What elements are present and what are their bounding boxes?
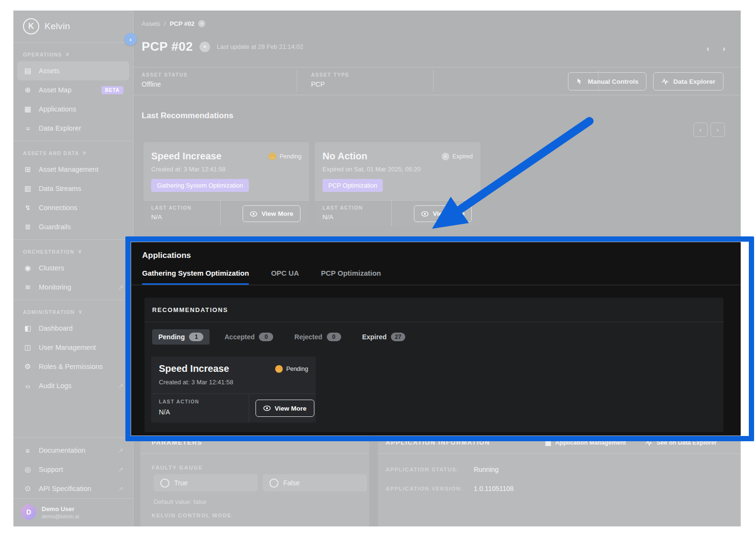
prev-asset-button[interactable]: ‹ [707, 44, 710, 54]
sidebar-item-asset-management[interactable]: ⊞ Asset Management [17, 160, 129, 179]
beta-badge: BETA [101, 86, 123, 94]
sidebar-item-connections[interactable]: ↯ Connections [17, 198, 129, 217]
asset-type-field: ASSET TYPE PCP [311, 72, 349, 88]
dashboard-icon: ◧ [23, 324, 33, 333]
divider [378, 453, 741, 454]
sidebar-item-data-explorer[interactable]: ≈ Data Explorer [17, 119, 129, 138]
application-status-label: APPLICATION STATUS: [386, 467, 459, 472]
faulty-gauge-true-option[interactable]: True [154, 474, 258, 491]
pending-icon: … [268, 153, 276, 160]
asset-pager: ‹ › [707, 44, 725, 54]
status-badge: … Pending [268, 153, 301, 160]
close-tab-icon[interactable]: × [198, 20, 205, 27]
recommendation-card-no-action[interactable]: No Action × Expired Expired on Sat, 01 M… [315, 142, 480, 226]
sidebar-item-api-specification[interactable]: ⊙ API Specification ↗ [17, 479, 129, 498]
info-bar-divider [133, 95, 741, 95]
asset-info-bar: ASSET STATUS Offline ASSET TYPE PCP Manu… [133, 67, 741, 95]
sidebar-item-audit-logs[interactable]: ‹› Audit Logs ↗ [17, 376, 129, 395]
faulty-gauge-label: FAULTY GAUGE [152, 465, 203, 470]
brand-logo: K Kelvin [13, 11, 133, 43]
section-header-orchestration[interactable]: ORCHESTRATION ∨ [13, 244, 133, 258]
waveform-icon: ≈ [23, 124, 33, 133]
section-header-operations[interactable]: OPERATIONS ∨ [13, 46, 133, 61]
avatar: D [21, 504, 36, 520]
kelvin-logo-icon: K [23, 18, 39, 34]
external-link-icon: ↗ [118, 485, 123, 492]
page-title: PCP #02 [142, 39, 193, 54]
sidebar-section-operations: OPERATIONS ∨ ▤ Assets ⊕ Asset Map BETA ▦… [13, 43, 133, 141]
manual-controls-icon [576, 78, 583, 85]
application-status-value: Running [474, 466, 499, 473]
users-icon: ◫ [23, 343, 33, 352]
sidebar-item-asset-map[interactable]: ⊕ Asset Map BETA [17, 80, 129, 100]
divider [297, 70, 297, 92]
assets-icon: ▤ [23, 67, 33, 75]
sidebar-item-clusters[interactable]: ◉ Clusters [17, 258, 129, 278]
sidebar-item-dashboard[interactable]: ◧ Dashboard [17, 319, 129, 338]
last-action-value: N/A [151, 213, 162, 221]
sidebar-item-data-streams[interactable]: ▥ Data Streams [17, 179, 129, 198]
card-footer: LAST ACTION N/A View More [144, 200, 309, 226]
asset-management-icon: ⊞ [23, 165, 33, 174]
sidebar-item-roles-permissions[interactable]: ⚙ Roles & Permissions [17, 357, 129, 376]
connections-icon: ↯ [23, 203, 33, 212]
sidebar-item-applications[interactable]: ▦ Applications [17, 100, 129, 119]
sidebar-item-monitoring[interactable]: ≋ Monitoring ↗ [17, 278, 129, 297]
data-explorer-button[interactable]: Data Explorer [653, 72, 723, 90]
chevron-left-icon: ‹ [700, 126, 701, 134]
highlight-rectangle [125, 236, 754, 441]
clusters-icon: ◉ [23, 264, 33, 272]
recommendation-card-speed-increase[interactable]: Speed Increase … Pending Created at: 3 M… [144, 142, 309, 226]
expired-icon: × [442, 153, 449, 160]
application-version-value: 1.0.11051108 [474, 485, 514, 492]
breadcrumb-assets[interactable]: Assets [142, 20, 160, 27]
chevron-down-icon: ∨ [66, 51, 70, 57]
eye-icon [250, 211, 257, 217]
offline-status-icon: × [200, 42, 210, 52]
external-link-icon: ↗ [118, 284, 123, 291]
bar-chart-icon: ▥ [23, 184, 33, 193]
sidebar-item-support[interactable]: ◎ Support ↗ [17, 460, 129, 479]
last-action-label: LAST ACTION [151, 205, 192, 211]
user-email: demo@kelvin.ai [42, 514, 79, 519]
lifebuoy-icon: ◎ [23, 465, 33, 474]
chevron-down-icon: ∨ [82, 150, 87, 156]
chevron-right-icon: › [717, 126, 719, 134]
section-header-administration[interactable]: ADMINISTRATION ∨ [13, 304, 133, 319]
divider [220, 201, 221, 226]
carousel-next-button[interactable]: › [711, 123, 725, 137]
asset-status-value: Offline [142, 80, 188, 88]
asset-status-field: ASSET STATUS Offline [142, 72, 188, 88]
recommendation-title: No Action [322, 151, 367, 162]
brand-name: Kelvin [44, 21, 70, 32]
sidebar-item-guardrails[interactable]: ≣ Guardrails [17, 217, 129, 236]
application-tag: Gathering System Optimization [151, 179, 249, 192]
recommendation-subtitle: Expired on Sat, 01 Mar 2025, 05:20 [315, 162, 480, 173]
breadcrumb-current: PCP #02 [170, 20, 195, 27]
faulty-gauge-false-option[interactable]: False [263, 474, 367, 491]
eye-icon [421, 211, 429, 217]
user-profile[interactable]: D Demo User demo@kelvin.ai [13, 498, 133, 526]
sidebar-item-user-management[interactable]: ◫ User Management [17, 338, 129, 357]
applications-icon: ▦ [23, 105, 33, 113]
api-icon: ⊙ [23, 484, 33, 493]
divider [140, 453, 369, 454]
section-header-assets-and-data[interactable]: ASSETS AND DATA ∨ [13, 145, 133, 160]
recommendation-subtitle: Created at: 3 Mar 12:41:58 [144, 162, 309, 173]
page-header: PCP #02 × Last update at 28 Feb 21:14:02 [142, 39, 303, 54]
last-action-label: LAST ACTION [322, 205, 363, 211]
card-footer: LAST ACTION N/A View More [315, 200, 480, 226]
view-more-button[interactable]: View More [414, 205, 472, 222]
waveform-icon [661, 78, 669, 85]
sidebar-item-assets[interactable]: ▤ Assets [17, 61, 129, 80]
asset-type-value: PCP [311, 80, 349, 88]
guardrails-icon: ≣ [23, 223, 33, 231]
parameters-panel: PARAMETERS FAULTY GAUGE True False Defau… [140, 431, 369, 526]
external-link-icon: ↗ [118, 466, 123, 473]
carousel-prev-button[interactable]: ‹ [693, 123, 708, 137]
next-asset-button[interactable]: › [723, 44, 725, 54]
view-more-button[interactable]: View More [243, 205, 300, 222]
sidebar-item-documentation[interactable]: ≡ Documentation ↗ [17, 441, 129, 460]
manual-controls-button[interactable]: Manual Controls [568, 72, 646, 90]
external-link-icon: ↗ [118, 382, 123, 390]
